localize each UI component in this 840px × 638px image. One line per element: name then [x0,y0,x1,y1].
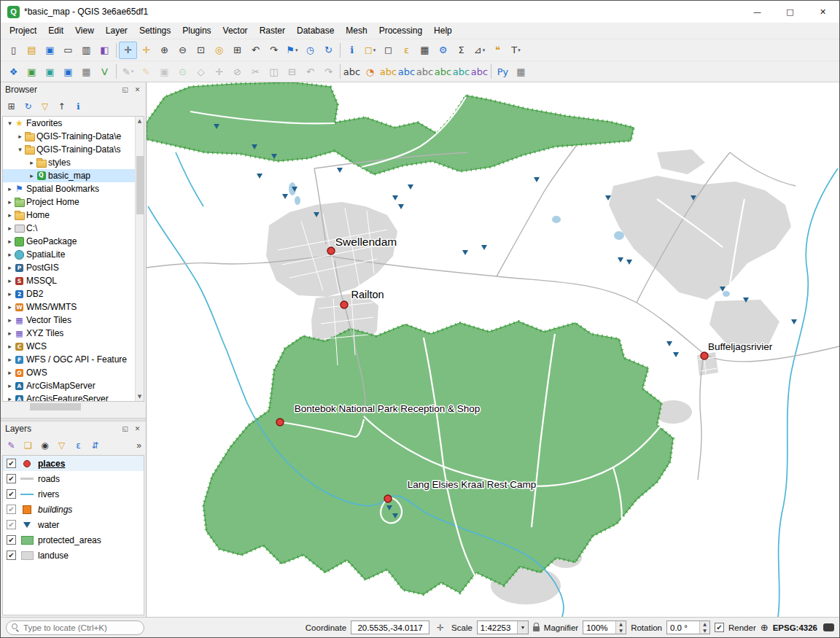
crs-icon[interactable]: ⊕ [761,622,769,633]
datasource-manager-button[interactable]: ❖ [4,63,23,80]
scroll-down-icon[interactable]: ▼ [136,392,144,401]
add-postgis-layer-button[interactable]: ▣ [59,63,77,80]
add-vector-layer-button[interactable]: V [96,63,114,80]
expander-icon[interactable]: ▸ [6,225,14,232]
browser-item-basic-map[interactable]: ▸ basic_map [3,169,135,182]
close-panel-icon[interactable]: ✕ [132,85,143,95]
map-tips-button[interactable]: ❝ [489,42,507,59]
select-by-expression-button[interactable]: ε [397,42,416,59]
browser-item-spatial-bookmarks[interactable]: ▸ Spatial Bookmarks [3,182,135,195]
menu-vector[interactable]: Vector [217,24,254,37]
zoom-to-selection-button[interactable]: ◎ [210,42,228,59]
collapse-all-icon[interactable]: ↑ [53,98,70,114]
save-project-button[interactable]: ▣ [41,42,59,59]
menu-database[interactable]: Database [291,24,340,37]
layer-item-places[interactable]: places [3,456,144,471]
highlight-pinned-labels-button[interactable]: abc [397,63,416,80]
expander-icon[interactable]: ▸ [6,251,14,258]
browser-item-arcgis-featureserver[interactable]: ▸ ArcGisFeatureServer [3,392,135,402]
move-feature-button[interactable]: ✛ [210,63,228,80]
zoom-last-button[interactable]: ↶ [246,42,265,59]
spin-down-icon[interactable]: ▼ [616,628,626,634]
layer-item-buildings[interactable]: buildings [3,502,144,517]
pin-labels-button[interactable]: abc [379,63,397,80]
add-group-icon[interactable]: ❏ [20,437,36,454]
menu-mesh[interactable]: Mesh [340,24,373,37]
layer-visibility-checkbox[interactable] [7,474,16,483]
refresh-browser-icon[interactable]: ↻ [20,98,36,114]
expander-icon[interactable]: ▸ [6,356,14,363]
maximize-button[interactable]: □ [774,1,806,23]
identify-features-button[interactable]: ℹ [343,42,361,59]
layer-item-roads[interactable]: roads [3,471,144,486]
browser-item-favorites[interactable]: ▾ Favorites [3,117,135,130]
rotate-label-button[interactable]: abc [452,63,470,80]
expander-icon[interactable]: ▸ [6,382,14,389]
expander-icon[interactable]: ▸ [6,211,14,219]
rotation-input[interactable] [667,621,699,634]
layer-diagram-button[interactable]: ◔ [361,63,379,80]
move-label-button[interactable]: abc [434,63,452,80]
new-print-layout-button[interactable]: ▭ [59,42,77,59]
zoom-full-button[interactable]: ⊡ [192,42,210,59]
layer-visibility-checkbox[interactable] [7,535,16,545]
statistical-summary-button[interactable]: Σ [452,42,470,59]
magnifier-spinbox[interactable]: ▲▼ [583,621,626,634]
add-point-feature-button[interactable]: ⊙ [174,63,192,80]
open-project-button[interactable]: ▤ [23,42,41,59]
paste-features-button[interactable]: ⊟ [283,63,301,80]
toolbar-overflow-chevron[interactable]: » [136,440,141,451]
menu-raster[interactable]: Raster [254,24,291,37]
expander-icon[interactable]: ▸ [6,198,14,206]
float-panel-icon[interactable]: ◱ [120,85,131,95]
expander-icon[interactable]: ▾ [6,120,14,127]
expander-icon[interactable]: ▸ [6,303,14,311]
browser-item-postgis[interactable]: ▸ PostGIS [3,261,135,274]
map-viewport[interactable]: Swellendam Railton Buffeljagsrivier Bont… [147,82,839,617]
browser-item-spatialite[interactable]: ▸ SpatiaLite [3,248,135,261]
menu-layer[interactable]: Layer [100,24,133,37]
add-spatialite-layer-button[interactable]: ▣ [41,63,59,80]
expander-icon[interactable]: ▸ [28,159,36,166]
extents-toggle-icon[interactable]: ✛ [434,623,447,633]
add-raster-layer-button[interactable]: ▦ [77,63,96,80]
new-geopackage-button[interactable]: ▣ [23,63,41,80]
render-checkbox[interactable] [715,623,724,632]
menu-project[interactable]: Project [4,24,42,37]
cut-features-button[interactable]: ✂ [246,63,265,80]
separator[interactable] [489,63,494,80]
open-attribute-table-button[interactable]: ▦ [416,42,434,59]
expander-icon[interactable]: ▸ [6,185,14,192]
new-bookmark-button[interactable]: ⚑ [283,42,301,59]
layer-labeling-button[interactable]: abc [343,63,361,80]
change-label-button[interactable]: abc [470,63,489,80]
browser-item-training-data-s[interactable]: ▾ QGIS-Training-Data\s [3,143,135,156]
layer-visibility-checkbox[interactable] [7,489,16,499]
layer-visibility-checkbox[interactable] [7,505,16,514]
python-console-button[interactable]: Py [494,63,512,80]
magnifier-input[interactable] [583,621,615,634]
zoom-next-button[interactable]: ↷ [265,42,283,59]
layer-item-rivers[interactable]: rivers [3,486,144,502]
layer-visibility-checkbox[interactable] [7,459,16,468]
layer-visibility-checkbox[interactable] [7,520,16,529]
separator[interactable] [114,42,119,59]
measure-button[interactable]: ⊿ [470,42,489,59]
scroll-up-icon[interactable]: ▲ [136,117,144,125]
minimize-button[interactable]: — [741,1,774,23]
layer-item-protected-areas[interactable]: protected_areas [3,532,144,548]
deselect-features-button[interactable]: ◻ [379,42,397,59]
browser-item-vector-tiles[interactable]: ▸ Vector Tiles [3,314,135,327]
zoom-in-button[interactable]: ⊕ [155,42,174,59]
locate-search-box[interactable] [6,621,144,635]
map-canvas[interactable]: Swellendam Railton Buffeljagsrivier Bont… [147,82,839,617]
expander-icon[interactable]: ▸ [28,172,36,179]
expander-icon[interactable]: ▸ [6,316,14,324]
scale-combobox[interactable]: 1:42253 ▼ [477,621,529,634]
messages-icon[interactable] [823,623,834,631]
separator[interactable] [338,42,343,59]
browser-item-ows[interactable]: ▸ OWS [3,366,135,379]
zoom-to-layer-button[interactable]: ⊞ [228,42,246,59]
select-features-button[interactable]: ◻ [361,42,379,59]
crs-status[interactable]: EPSG:4326 [773,623,817,632]
